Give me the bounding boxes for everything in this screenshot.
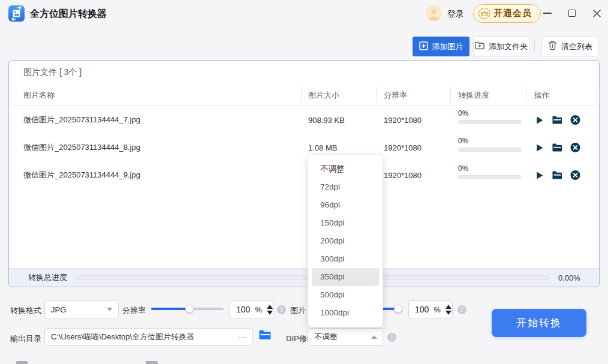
app-window: 全方位图片转换器 登录 开通会员 [0,0,608,364]
play-icon[interactable] [534,115,544,125]
column-header-progress: 转换进度 [458,90,489,101]
table-row[interactable]: 微信图片_20250731134444_9.jpg 3 1920*1080 0% [9,161,599,189]
resolution-spinner[interactable]: 100 % [230,300,274,318]
output-path-input[interactable] [45,329,252,345]
progress-bar [458,120,522,124]
clipped-bottom-icon [146,361,158,364]
spin-down-icon [267,311,273,315]
total-progress-value: 0.00% [558,273,589,282]
spinner-arrows[interactable] [267,305,273,315]
add-image-button[interactable]: 添加图片 [413,37,469,56]
dpi-option-highlighted[interactable]: 350dpi [312,268,379,286]
info-icon [277,305,286,314]
file-count-title: 图片文件 [ 3个 ] [23,67,82,78]
file-size: 908.93 KB [308,116,345,125]
file-list-panel: 图片文件 [ 3个 ] 图片名称 图片大小 分辨率 转换进度 操作 微信图片_2… [8,60,600,287]
maximize-button[interactable] [565,7,579,20]
file-resolution: 1920*1080 [384,143,422,152]
spin-down-icon [446,311,452,315]
minimize-button[interactable] [541,7,554,20]
avatar[interactable] [426,5,442,22]
info-icon [387,333,396,342]
open-vip-button[interactable]: 开通会员 [473,4,541,23]
table-row[interactable]: 微信图片_20250731134444_8.jpg 1.08 MB 1920*1… [9,134,599,161]
dpi-option[interactable]: 300dpi [312,250,379,268]
add-folder-icon [475,41,484,52]
trash-icon [548,41,557,52]
file-resolution: 1920*1080 [384,171,422,180]
output-dir-label: 输出目录 [10,333,41,344]
total-progress-label: 转换总进度 [28,272,67,283]
clipped-bottom-icon [16,361,28,364]
add-image-icon [419,41,428,52]
column-header-actions: 操作 [534,90,550,101]
clear-list-button[interactable]: 清空列表 [541,37,599,56]
open-vip-label: 开通会员 [493,8,532,19]
open-folder-icon[interactable] [552,115,562,125]
info-icon [457,305,466,314]
file-name: 微信图片_20250731134444_7.jpg [23,115,140,125]
play-icon[interactable] [534,143,544,153]
quality-label: 图片 [290,305,306,316]
remove-icon[interactable] [570,115,580,125]
chevron-down-icon [107,308,113,311]
output-path-field-wrap: ... [44,328,253,346]
dpi-option[interactable]: 96dpi [312,196,379,214]
open-folder-icon[interactable] [552,143,562,153]
file-progress: 0% [458,137,522,152]
titlebar: 全方位图片转换器 登录 开通会员 [0,0,608,28]
column-header-resolution: 分辨率 [384,90,407,101]
dip-select[interactable]: 不调整 [308,328,383,346]
close-button[interactable] [590,7,603,20]
slider-thumb[interactable] [394,305,402,313]
spin-up-icon [446,305,452,309]
remove-icon[interactable] [570,170,580,181]
file-progress: 0% [458,164,522,179]
slider-thumb[interactable] [185,305,194,313]
file-progress: 0% [458,109,522,124]
remove-icon[interactable] [570,143,580,153]
browse-button[interactable]: ... [237,330,246,340]
resolution-slider[interactable] [151,305,224,313]
add-folder-button[interactable]: 添加文件夹 [473,37,529,56]
chevron-up-icon [371,335,377,339]
file-name: 微信图片_20250731134444_8.jpg [23,142,140,153]
spinner-arrows[interactable] [446,305,452,315]
column-header-size: 图片大小 [308,90,339,101]
progress-bar [458,175,522,179]
dpi-option[interactable]: 500dpi [312,286,379,304]
format-label: 转换格式 [10,305,41,316]
column-header-name: 图片名称 [23,90,55,101]
file-size: 1.08 MB [308,143,337,152]
total-progress-bar-row: 转换总进度 0.00% [9,268,599,287]
app-logo-icon [8,5,25,22]
spin-up-icon [267,305,273,309]
quality-spinner[interactable]: 100 % [408,300,453,318]
progress-bar [458,148,522,152]
start-convert-button[interactable]: 开始转换 [492,309,586,337]
table-header: 图片名称 图片大小 分辨率 转换进度 操作 [9,85,599,106]
dpi-dropdown-menu: 不调整 72dpi 96dpi 150dpi 200dpi 300dpi 350… [308,155,383,327]
dpi-option[interactable]: 1000dpi [312,304,379,322]
app-title: 全方位图片转换器 [30,8,107,20]
login-button[interactable]: 登录 [447,9,464,20]
open-folder-icon[interactable] [552,170,562,181]
format-select[interactable]: JPG [44,300,119,318]
dpi-option[interactable]: 不调整 [312,160,379,178]
crown-icon [478,8,490,19]
dpi-option[interactable]: 72dpi [312,178,379,196]
dpi-option[interactable]: 200dpi [312,232,379,250]
file-name: 微信图片_20250731134444_9.jpg [23,170,140,181]
file-resolution: 1920*1080 [384,116,422,125]
table-row[interactable]: 微信图片_20250731134444_7.jpg 908.93 KB 1920… [9,106,599,134]
output-folder-icon[interactable] [259,330,272,342]
resolution-label: 分辨率 [122,305,146,316]
toolbar-divider [534,41,535,52]
play-icon[interactable] [534,170,544,181]
dpi-option[interactable]: 150dpi [312,214,379,232]
